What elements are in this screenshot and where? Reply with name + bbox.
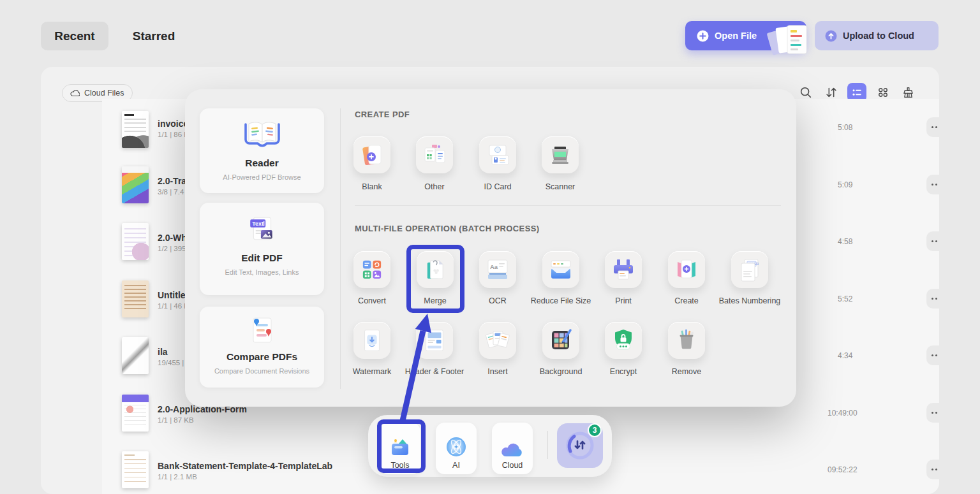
watermark-tile[interactable] — [353, 322, 390, 359]
dock-cloud-label: Cloud — [502, 461, 523, 470]
encrypt-tile[interactable] — [605, 322, 642, 359]
file-time: 4:34 — [838, 351, 852, 360]
file-meta: 1/1 | 87 KB — [158, 416, 194, 424]
open-file-label: Open File — [715, 31, 757, 41]
plus-circle-icon — [697, 30, 709, 42]
file-time: 10:49:00 — [828, 409, 858, 418]
ai-icon — [445, 435, 468, 458]
file-name: ila — [158, 347, 168, 357]
print-tile[interactable] — [605, 251, 642, 288]
dock-cloud-button[interactable]: Cloud — [492, 423, 533, 474]
file-thumbnail — [122, 280, 149, 317]
scanner-label: Scanner — [509, 182, 611, 191]
edit-pdf-card-subtitle: Edit Text, Images, Links — [225, 268, 299, 276]
reduce-file-size-tile[interactable] — [542, 251, 579, 288]
remove-tile[interactable] — [668, 322, 705, 359]
merge-icon — [422, 257, 448, 282]
id-card-icon — [484, 142, 512, 168]
ocr-tile[interactable]: Aa — [479, 251, 516, 288]
scanner-tile[interactable] — [542, 136, 579, 173]
dock-divider — [547, 431, 548, 459]
file-name: Bank-Statement-Template-4-TemplateLab — [158, 461, 332, 471]
print-icon — [609, 256, 637, 283]
file-thumbnail — [122, 111, 149, 148]
tab-starred[interactable]: Starred — [119, 22, 189, 50]
upload-to-cloud-button[interactable]: Upload to Cloud — [815, 21, 939, 50]
convert-tile[interactable] — [353, 251, 390, 288]
more-button[interactable] — [926, 289, 939, 309]
insert-icon — [484, 327, 512, 354]
cloud-files-label: Cloud Files — [84, 89, 124, 98]
scanner-icon — [546, 142, 574, 168]
tab-recent-label: Recent — [54, 29, 94, 43]
file-thumbnail — [122, 451, 149, 488]
edit-pdf-card-title: Edit PDF — [241, 252, 283, 264]
remove-icon — [673, 327, 700, 354]
insert-tile[interactable] — [479, 322, 516, 359]
background-tile[interactable] — [542, 322, 579, 359]
cloud-icon — [70, 89, 80, 97]
bates-numbering-tile[interactable]: 000123 — [731, 251, 768, 288]
compare-pdfs-card[interactable]: Compare PDFs Compare Document Revisions — [200, 307, 324, 388]
dock-ai-label: AI — [452, 461, 460, 470]
file-time: 09:52:22 — [828, 465, 858, 474]
dock-tools-button[interactable]: Tools — [380, 423, 420, 474]
edit-pdf-icon: Text — [247, 214, 278, 245]
file-thumbnail — [122, 337, 149, 374]
reader-book-icon — [242, 119, 282, 150]
file-time: 4:58 — [838, 237, 852, 246]
convert-icon — [359, 257, 385, 282]
more-button[interactable] — [926, 460, 939, 479]
merge-tile[interactable] — [417, 251, 454, 288]
reduce-file-size-icon — [547, 256, 575, 283]
transfer-badge: 3 — [588, 423, 602, 437]
compare-pdfs-icon — [248, 314, 277, 345]
reader-card-title: Reader — [245, 157, 279, 169]
other-icon — [421, 142, 448, 168]
blank-tile[interactable] — [353, 136, 390, 173]
encrypt-icon — [610, 327, 637, 354]
tab-recent[interactable]: Recent — [41, 22, 108, 50]
file-meta: 1/1 | 2.1 MB — [158, 473, 197, 481]
popup-divider — [340, 108, 341, 389]
more-button[interactable] — [926, 403, 939, 423]
section-divider — [355, 205, 781, 206]
more-button[interactable] — [926, 175, 939, 194]
header-footer-icon — [421, 327, 448, 354]
edit-pdf-card[interactable]: Text Edit PDF Edit Text, Images, Links — [200, 203, 324, 295]
ocr-icon: Aa — [484, 256, 512, 283]
file-time: 5:52 — [838, 294, 852, 303]
create-icon — [672, 256, 701, 283]
upload-to-cloud-label: Upload to Cloud — [843, 31, 914, 41]
file-time: 5:08 — [838, 123, 852, 132]
other-tile[interactable] — [416, 136, 453, 173]
remove-label: Remove — [635, 367, 738, 376]
documents-illustration-icon — [766, 23, 814, 56]
more-button[interactable] — [926, 231, 939, 251]
batch-section-title: MULTI-FILE OPERATION (BATCH PROCESS) — [355, 224, 540, 233]
edit-icon-text: Text — [252, 221, 264, 227]
file-thumbnail — [122, 395, 149, 432]
bates-numbering-icon: 000123 — [736, 257, 764, 282]
id-card-tile[interactable] — [479, 136, 516, 173]
app-window: Recent Starred Open File Upload to Cloud — [0, 0, 980, 494]
tools-icon — [388, 437, 412, 458]
file-thumbnail — [122, 223, 149, 260]
header-footer-tile[interactable] — [416, 322, 453, 359]
tab-starred-label: Starred — [133, 29, 175, 43]
file-thumbnail — [122, 166, 149, 203]
cloud-icon — [498, 439, 526, 460]
arrow-up-circle-icon — [825, 30, 837, 42]
compare-pdfs-card-subtitle: Compare Document Revisions — [214, 367, 309, 375]
more-button[interactable] — [926, 345, 939, 365]
reader-card[interactable]: Reader AI-Powered PDF Browse — [200, 108, 324, 193]
file-name: invoice — [158, 119, 188, 129]
reader-card-subtitle: AI-Powered PDF Browse — [223, 173, 301, 181]
dock-tools-label: Tools — [390, 461, 409, 470]
bates-numbering-label: Bates Numbering — [699, 296, 801, 305]
more-button[interactable] — [926, 117, 939, 137]
dock-ai-button[interactable]: AI — [436, 423, 477, 474]
create-tile[interactable] — [668, 251, 705, 288]
watermark-icon — [359, 327, 385, 354]
ocr-icon-text: Aa — [490, 263, 498, 270]
